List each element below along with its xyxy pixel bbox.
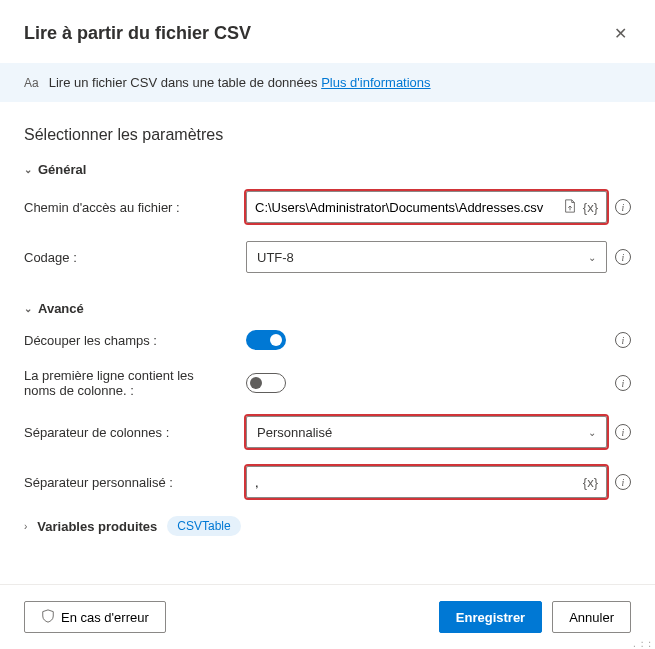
group-label-advanced: Avancé [38, 301, 84, 316]
custom-separator-input-wrap[interactable]: {x} [246, 466, 607, 498]
first-line-headers-toggle[interactable] [246, 373, 286, 393]
dialog-title: Lire à partir du fichier CSV [24, 23, 251, 44]
close-icon: ✕ [614, 25, 627, 42]
variables-row[interactable]: › Variables produites CSVTable [24, 516, 631, 536]
variable-token-icon[interactable]: {x} [583, 200, 598, 215]
chevron-down-icon: ⌄ [588, 252, 596, 263]
column-separator-select[interactable]: Personnalisé ⌄ [246, 416, 607, 448]
info-icon[interactable]: i [615, 249, 631, 265]
close-button[interactable]: ✕ [610, 20, 631, 47]
file-path-input-wrap[interactable]: {x} [246, 191, 607, 223]
variables-label: Variables produites [37, 519, 157, 534]
text-format-icon: Aa [24, 76, 39, 90]
resize-handle-icon[interactable]: . .. . . [633, 638, 652, 646]
label-first-line-headers: La première ligne contient les noms de c… [24, 368, 234, 398]
label-encoding: Codage : [24, 250, 234, 265]
file-path-input[interactable] [255, 200, 563, 215]
group-header-general[interactable]: ⌄ Général [24, 162, 631, 177]
browse-file-icon[interactable] [563, 199, 577, 216]
info-icon[interactable]: i [615, 375, 631, 391]
group-header-advanced[interactable]: ⌄ Avancé [24, 301, 631, 316]
label-custom-separator: Séparateur personnalisé : [24, 475, 234, 490]
encoding-select[interactable]: UTF-8 ⌄ [246, 241, 607, 273]
on-error-button[interactable]: En cas d'erreur [24, 601, 166, 633]
info-icon[interactable]: i [615, 199, 631, 215]
chevron-right-icon: › [24, 521, 27, 532]
banner-text: Lire un fichier CSV dans une table de do… [49, 75, 431, 90]
info-icon[interactable]: i [615, 332, 631, 348]
row-column-separator: Séparateur de colonnes : Personnalisé ⌄ … [24, 416, 631, 448]
info-banner: Aa Lire un fichier CSV dans une table de… [0, 63, 655, 102]
row-trim-fields: Découper les champs : i [24, 330, 631, 350]
variable-pill[interactable]: CSVTable [167, 516, 240, 536]
chevron-down-icon: ⌄ [24, 303, 32, 314]
label-column-separator: Séparateur de colonnes : [24, 425, 234, 440]
label-trim-fields: Découper les champs : [24, 333, 234, 348]
custom-separator-input[interactable] [255, 475, 583, 490]
column-separator-value: Personnalisé [257, 425, 332, 440]
shield-icon [41, 609, 55, 626]
more-info-link[interactable]: Plus d'informations [321, 75, 430, 90]
row-custom-separator: Séparateur personnalisé : {x} i [24, 466, 631, 498]
section-title: Sélectionner les paramètres [24, 126, 631, 144]
dialog-content: Sélectionner les paramètres ⌄ Général Ch… [0, 102, 655, 560]
chevron-down-icon: ⌄ [588, 427, 596, 438]
save-button[interactable]: Enregistrer [439, 601, 542, 633]
on-error-label: En cas d'erreur [61, 610, 149, 625]
info-icon[interactable]: i [615, 424, 631, 440]
row-encoding: Codage : UTF-8 ⌄ i [24, 241, 631, 273]
row-file-path: Chemin d'accès au fichier : {x} i [24, 191, 631, 223]
group-label-general: Général [38, 162, 86, 177]
row-first-line-headers: La première ligne contient les noms de c… [24, 368, 631, 398]
dialog-footer: En cas d'erreur Enregistrer Annuler [0, 584, 655, 649]
variable-token-icon[interactable]: {x} [583, 475, 598, 490]
chevron-down-icon: ⌄ [24, 164, 32, 175]
trim-fields-toggle[interactable] [246, 330, 286, 350]
label-file-path: Chemin d'accès au fichier : [24, 200, 234, 215]
encoding-value: UTF-8 [257, 250, 294, 265]
cancel-button[interactable]: Annuler [552, 601, 631, 633]
info-icon[interactable]: i [615, 474, 631, 490]
dialog-header: Lire à partir du fichier CSV ✕ [0, 0, 655, 63]
